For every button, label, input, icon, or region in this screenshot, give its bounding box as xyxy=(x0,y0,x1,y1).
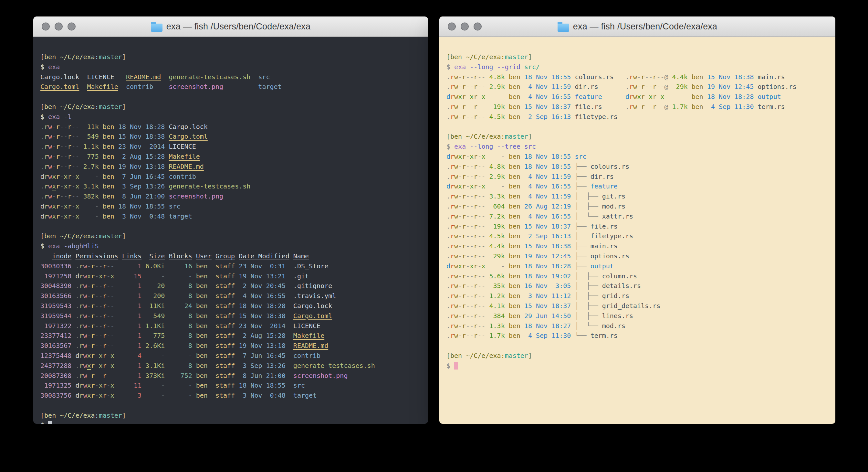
terminal-line: 20087308 .rw-r--r-- 1 373Ki 752 ben staf… xyxy=(40,371,428,381)
cursor xyxy=(48,421,52,424)
terminal-line: $ exa -abghHliS xyxy=(40,241,428,251)
terminal-line: 30163567 .rw-r--r-- 1 2.6Ki 8 ben staff … xyxy=(40,341,428,351)
terminal-line: [ben ~/C/e/exa:master] xyxy=(40,231,428,241)
terminal-line: drwxr-xr-x - ben 18 Nov 18:55 src xyxy=(40,201,428,211)
terminal-line: 1971258 drwxr-xr-x 15 - - ben staff 19 N… xyxy=(40,271,428,281)
terminal-line: 1971325 drwxr-xr-x 11 - - ben staff 18 N… xyxy=(40,381,428,390)
terminal-line: 30030336 .rw-r--r-- 1 6.0Ki 16 ben staff… xyxy=(40,261,428,271)
desktop: { "chrome": { "traffic_buttons": ["close… xyxy=(0,0,868,472)
terminal-line: .rw-r--r-- 2.9k ben 4 Nov 11:59 ├── dir.… xyxy=(446,172,835,182)
terminal-line: .rw-r--r-- 4.1k ben 15 Nov 18:37 │ ├── g… xyxy=(446,301,835,311)
window-title: exa — fish /Users/ben/Code/exa/exa xyxy=(558,22,717,32)
terminal-line: .rw-r--r-- 5.6k ben 18 Nov 19:02 │ ├── c… xyxy=(446,271,835,281)
terminal-line: drwxr-xr-x - ben 18 Nov 18:55 src xyxy=(446,152,835,161)
terminal-line: drwxr-xr-x - ben 18 Nov 18:28 ├── output xyxy=(446,261,835,271)
terminal-line: $ exa xyxy=(40,62,428,72)
folder-icon xyxy=(151,24,162,32)
terminal-line: .rw-r--r-- 4.8k ben 18 Nov 18:55 colours… xyxy=(446,72,835,82)
terminal-line xyxy=(446,122,835,132)
window-titlebar[interactable]: exa — fish /Users/ben/Code/exa/exa xyxy=(439,17,835,37)
terminal-line: $ xyxy=(446,361,835,371)
terminal-line: .rw-r--r-- 4.4k ben 15 Nov 18:38 ├── mai… xyxy=(446,241,835,251)
terminal-line: .rw-r--r-- 549 ben 15 Nov 18:38 Cargo.to… xyxy=(40,131,428,142)
terminal-output[interactable]: [ben ~/C/e/exa:master]$ exaCargo.lock LI… xyxy=(33,43,428,424)
terminal-line: Cargo.lock LICENCE README.md generate-te… xyxy=(40,72,428,82)
terminal-line: .rw-r--r-- 7.2k ben 4 Nov 16:55 │ └── xa… xyxy=(446,211,835,222)
traffic-lights xyxy=(42,23,75,31)
terminal-line: .rw-r--r-- 604 ben 26 Aug 12:19 │ ├── mo… xyxy=(446,201,835,211)
terminal-line: 23377412 .rw-r--r-- 1 775 8 ben staff 2 … xyxy=(40,331,428,341)
window-title-text: exa — fish /Users/ben/Code/exa/exa xyxy=(166,22,311,32)
terminal-line: .rw-r--r-- 2.9k ben 4 Nov 11:59 dir.rs .… xyxy=(446,82,835,92)
close-button[interactable] xyxy=(448,23,456,31)
terminal-line: [ben ~/C/e/exa:master] xyxy=(446,131,835,142)
terminal-line: 31959544 .rw-r--r-- 1 549 8 ben staff 15… xyxy=(40,311,428,321)
terminal-line: .rw-r--r-- 1.2k ben 3 Nov 11:12 │ ├── gr… xyxy=(446,291,835,301)
zoom-button[interactable] xyxy=(67,23,75,31)
terminal-line: .rw-r--r-- 4.5k ben 2 Sep 16:13 filetype… xyxy=(446,112,835,122)
terminal-line: .rw-r--r-- 19k ben 15 Nov 18:37 file.rs … xyxy=(446,102,835,112)
folder-icon xyxy=(558,24,569,32)
terminal-line: .rw-r--r-- 4.8k ben 18 Nov 18:55 ├── col… xyxy=(446,161,835,172)
terminal-line: $ exa -l xyxy=(40,112,428,122)
terminal-line: .rw-r--r-- 29k ben 19 Nov 12:45 ├── opti… xyxy=(446,251,835,261)
terminal-line: drwxr-xr-x - ben 4 Nov 16:55 feature drw… xyxy=(446,92,835,102)
terminal-line: drwxr-xr-x - ben 3 Nov 0:48 target xyxy=(40,211,428,222)
terminal-line: $ exa --long --tree src xyxy=(446,142,835,152)
right-terminal-window: exa — fish /Users/ben/Code/exa/exa [ben … xyxy=(439,17,835,424)
terminal-line: 30083756 drwxr-xr-x 3 - - ben staff 3 No… xyxy=(40,390,428,401)
terminal-line: [ben ~/C/e/exa:master] xyxy=(446,351,835,361)
terminal-line: $ xyxy=(40,420,428,424)
terminal-line: [ben ~/C/e/exa:master] xyxy=(40,411,428,421)
terminal-line xyxy=(40,401,428,411)
window-title: exa — fish /Users/ben/Code/exa/exa xyxy=(151,22,311,32)
terminal-line: .rw-r--r-- 775 ben 2 Aug 15:28 Makefile xyxy=(40,152,428,161)
terminal-line: 1971322 .rw-r--r-- 1 1.1Ki 8 ben staff 2… xyxy=(40,321,428,331)
terminal-line: .rw-r--r-- 2.7k ben 19 Nov 13:18 README.… xyxy=(40,161,428,172)
close-button[interactable] xyxy=(42,23,50,31)
terminal-line: Cargo.toml Makefile contrib screenshot.p… xyxy=(40,82,428,92)
terminal-line: .rw-r--r-- 1.7k ben 4 Sep 11:30 └── term… xyxy=(446,331,835,341)
left-terminal-window: exa — fish /Users/ben/Code/exa/exa [ben … xyxy=(33,17,428,424)
traffic-lights xyxy=(448,23,482,31)
terminal-line: .rw-r--r-- 1.1k ben 23 Nov 2014 LICENCE xyxy=(40,142,428,152)
terminal-line: .rw-r--r-- 35k ben 16 Nov 3:05 │ ├── det… xyxy=(446,281,835,291)
window-titlebar[interactable]: exa — fish /Users/ben/Code/exa/exa xyxy=(33,17,428,37)
terminal-output[interactable]: [ben ~/C/e/exa:master]$ exa --long --gri… xyxy=(439,43,835,371)
terminal-line: 30048390 .rw-r--r-- 1 20 8 ben staff 2 N… xyxy=(40,281,428,291)
terminal-line: .rw-r--r-- 384 ben 29 Jun 14:50 │ ├── li… xyxy=(446,311,835,321)
terminal-line: [ben ~/C/e/exa:master] xyxy=(40,102,428,112)
terminal-line: 12375448 drwxr-xr-x 4 - - ben staff 7 Ju… xyxy=(40,351,428,361)
terminal-line: [ben ~/C/e/exa:master] xyxy=(40,52,428,62)
window-title-text: exa — fish /Users/ben/Code/exa/exa xyxy=(573,22,717,32)
terminal-line xyxy=(446,341,835,351)
terminal-line: $ exa --long --grid src/ xyxy=(446,62,835,72)
minimize-button[interactable] xyxy=(55,23,63,31)
terminal-line: .rw-r--r-- 11k ben 18 Nov 18:28 Cargo.lo… xyxy=(40,122,428,132)
terminal-line: .rwxr-xr-x 3.1k ben 3 Sep 13:26 generate… xyxy=(40,181,428,191)
terminal-line: .rw-r--r-- 19k ben 15 Nov 18:37 ├── file… xyxy=(446,222,835,232)
terminal-line: drwxr-xr-x - ben 4 Nov 16:55 ├── feature xyxy=(446,181,835,191)
terminal-line: drwxr-xr-x - ben 7 Jun 16:45 contrib xyxy=(40,172,428,182)
terminal-line xyxy=(40,92,428,102)
cursor xyxy=(454,362,458,370)
zoom-button[interactable] xyxy=(473,23,482,31)
terminal-line: [ben ~/C/e/exa:master] xyxy=(446,52,835,62)
minimize-button[interactable] xyxy=(461,23,469,31)
terminal-line xyxy=(40,222,428,232)
terminal-line: .rw-r--r-- 382k ben 8 Jun 21:00 screensh… xyxy=(40,191,428,201)
terminal-line: .rw-r--r-- 1.3k ben 18 Nov 18:27 │ └── m… xyxy=(446,321,835,331)
terminal-line: inode Permissions Links Size Blocks User… xyxy=(40,251,428,261)
terminal-line: 30163566 .rw-r--r-- 1 200 8 ben staff 4 … xyxy=(40,291,428,301)
terminal-line: .rw-r--r-- 3.3k ben 4 Nov 11:59 │ ├── gi… xyxy=(446,191,835,201)
terminal-line: 24377288 .rwxr-xr-x 1 3.1Ki 8 ben staff … xyxy=(40,361,428,371)
terminal-line: 31959543 .rw-r--r-- 1 11Ki 24 ben staff … xyxy=(40,301,428,311)
terminal-line: .rw-r--r-- 4.5k ben 2 Sep 16:13 ├── file… xyxy=(446,231,835,241)
